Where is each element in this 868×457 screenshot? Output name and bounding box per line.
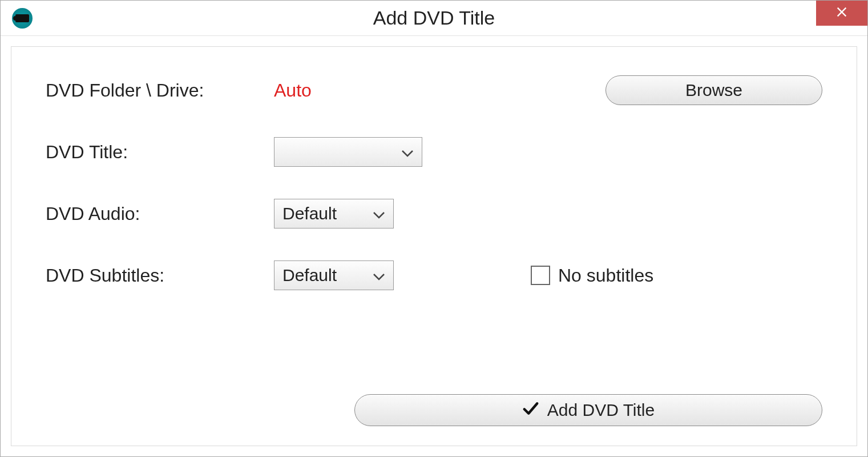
browse-button[interactable]: Browse: [605, 75, 822, 105]
browse-button-label: Browse: [685, 81, 742, 100]
chevron-down-icon: [401, 142, 414, 162]
no-subtitles-checkbox[interactable]: [531, 266, 550, 285]
add-dvd-title-button[interactable]: Add DVD Title: [354, 394, 822, 426]
close-icon: [835, 6, 848, 21]
close-button[interactable]: [816, 1, 867, 26]
no-subtitles-label: No subtitles: [558, 265, 653, 286]
dvd-subtitles-select[interactable]: Default: [274, 260, 394, 290]
bottom-row: Add DVD Title: [354, 394, 822, 426]
window-title: Add DVD Title: [1, 7, 867, 29]
row-dvd-subtitles: DVD Subtitles: Default No subtitles: [46, 260, 822, 290]
dvd-title-label: DVD Title:: [46, 142, 274, 163]
dvd-title-select[interactable]: [274, 137, 422, 167]
dvd-subtitles-label: DVD Subtitles:: [46, 265, 274, 286]
row-dvd-folder: DVD Folder \ Drive: Auto Browse: [46, 75, 822, 105]
add-button-label: Add DVD Title: [547, 400, 655, 420]
titlebar: Add DVD Title: [1, 1, 867, 36]
dvd-folder-label: DVD Folder \ Drive:: [46, 80, 274, 101]
dvd-audio-label: DVD Audio:: [46, 203, 274, 225]
chevron-down-icon: [373, 266, 385, 285]
dvd-audio-value: Default: [282, 204, 337, 223]
dvd-audio-select[interactable]: Default: [274, 199, 394, 228]
check-icon: [522, 400, 539, 421]
row-dvd-audio: DVD Audio: Default: [46, 199, 822, 228]
content-wrap: DVD Folder \ Drive: Auto Browse DVD Titl…: [1, 36, 867, 456]
dvd-folder-value: Auto: [274, 80, 312, 101]
no-subtitles-wrap: No subtitles: [531, 265, 653, 286]
dialog-window: Add DVD Title DVD Folder \ Drive: Auto B…: [0, 0, 868, 457]
content-panel: DVD Folder \ Drive: Auto Browse DVD Titl…: [11, 46, 857, 446]
row-dvd-title: DVD Title:: [46, 137, 822, 167]
dvd-subtitles-value: Default: [282, 266, 337, 285]
app-icon: [12, 8, 33, 29]
chevron-down-icon: [373, 204, 385, 223]
